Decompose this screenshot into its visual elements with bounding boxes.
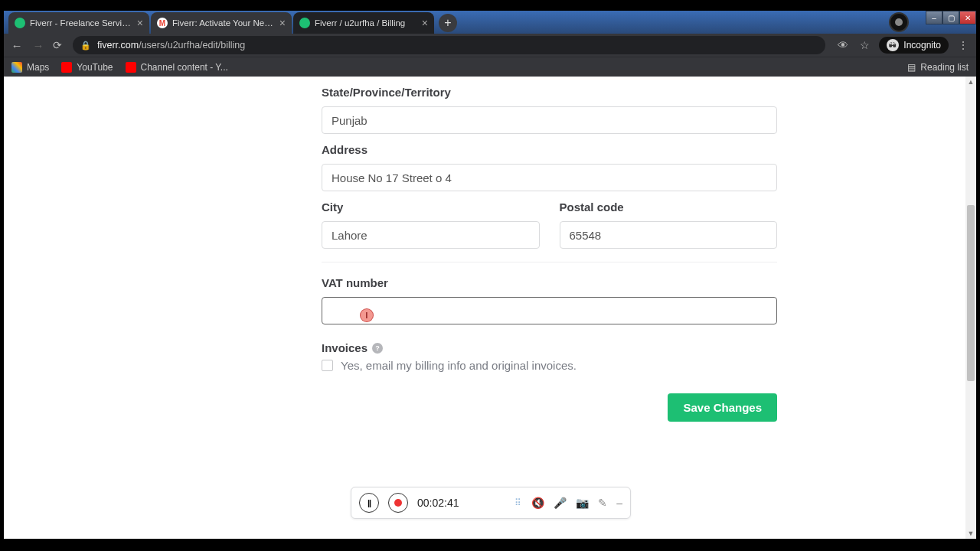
- address-bar[interactable]: 🔒 fiverr.com/users/u2urfha/edit/billing: [73, 36, 825, 54]
- address-label: Address: [322, 143, 777, 156]
- url-text: fiverr.com/users/u2urfha/edit/billing: [97, 40, 818, 51]
- close-tab-icon[interactable]: ×: [422, 17, 428, 29]
- youtube-icon: [61, 62, 72, 73]
- close-window-button[interactable]: ✕: [959, 11, 976, 24]
- new-tab-button[interactable]: +: [439, 14, 457, 32]
- incognito-label: Incognito: [903, 40, 941, 51]
- city-input[interactable]: [322, 221, 540, 249]
- annotate-icon[interactable]: ✎: [598, 497, 607, 509]
- invoices-heading: Invoices: [322, 341, 368, 354]
- list-icon: ▤: [907, 62, 916, 73]
- page-viewport: State/Province/Territory Address City Po…: [4, 77, 976, 539]
- reading-list-button[interactable]: ▤Reading list: [907, 62, 969, 73]
- help-icon[interactable]: ?: [372, 343, 383, 354]
- bookmark-youtube[interactable]: YouTube: [61, 62, 113, 73]
- eye-off-icon[interactable]: 👁: [836, 39, 850, 51]
- tab-strip: Fiverr - Freelance Services Marke × M Fi…: [4, 11, 976, 34]
- save-changes-button[interactable]: Save Changes: [668, 393, 777, 422]
- browser-tab[interactable]: Fiverr - Freelance Services Marke ×: [8, 12, 149, 34]
- close-tab-icon[interactable]: ×: [137, 17, 143, 29]
- scroll-down-icon[interactable]: ▼: [965, 528, 976, 539]
- maps-icon: [11, 62, 22, 73]
- browser-tab[interactable]: M Fiverr: Activate Your New Accoun ×: [151, 12, 292, 34]
- tab-title: Fiverr / u2urfha / Billing: [315, 18, 417, 28]
- window-controls: – ▢ ✕: [889, 11, 976, 32]
- lock-icon: 🔒: [80, 41, 91, 51]
- mic-off-icon[interactable]: 🎤: [554, 497, 567, 509]
- city-label: City: [322, 201, 540, 214]
- scroll-up-icon[interactable]: ▲: [965, 77, 976, 87]
- invoices-checkbox-label: Yes, email my billing info and original …: [341, 359, 577, 372]
- cursor-click-marker-icon: I: [360, 308, 374, 322]
- browser-toolbar: ← → ⟳ 🔒 fiverr.com/users/u2urfha/edit/bi…: [4, 34, 976, 57]
- pause-recording-button[interactable]: ||: [359, 493, 379, 513]
- bookmark-channel[interactable]: Channel content - Y...: [126, 62, 228, 73]
- tab-title: Fiverr - Freelance Services Marke: [30, 18, 132, 28]
- minimize-recorder-icon[interactable]: –: [616, 497, 622, 509]
- back-button[interactable]: ←: [10, 39, 24, 52]
- bookmark-maps[interactable]: Maps: [11, 62, 49, 73]
- drag-handle-icon[interactable]: ⠿: [514, 497, 522, 508]
- favicon-icon: M: [157, 18, 168, 28]
- recording-timer: 00:02:41: [417, 497, 459, 509]
- vertical-scrollbar[interactable]: ▲ ▼: [965, 77, 976, 539]
- youtube-icon: [126, 62, 136, 73]
- vat-input[interactable]: [322, 297, 777, 324]
- postal-input[interactable]: [560, 221, 778, 249]
- record-indicator-icon: [889, 12, 909, 32]
- scroll-thumb[interactable]: [967, 205, 975, 381]
- postal-label: Postal code: [560, 201, 778, 214]
- incognito-indicator[interactable]: 🕶 Incognito: [879, 37, 949, 54]
- reload-button[interactable]: ⟳: [53, 39, 62, 51]
- bookmarks-bar: Maps YouTube Channel content - Y... ▤Rea…: [4, 57, 976, 77]
- invoices-checkbox[interactable]: [322, 360, 333, 371]
- favicon-icon: [15, 18, 25, 28]
- browser-tab[interactable]: Fiverr / u2urfha / Billing ×: [293, 12, 434, 34]
- tab-title: Fiverr: Activate Your New Accoun: [172, 18, 275, 28]
- close-tab-icon[interactable]: ×: [279, 17, 286, 29]
- screen-recorder-bar[interactable]: || 00:02:41 ⠿ 🔇 🎤 📷 ✎ –: [351, 487, 631, 519]
- kebab-menu-icon[interactable]: ⋮: [956, 39, 970, 51]
- state-label: State/Province/Territory: [322, 86, 777, 99]
- stop-recording-button[interactable]: [388, 493, 408, 513]
- incognito-icon: 🕶: [887, 39, 899, 51]
- mute-icon[interactable]: 🔇: [531, 497, 544, 509]
- maximize-button[interactable]: ▢: [942, 11, 959, 24]
- vat-label: VAT number: [322, 276, 777, 289]
- forward-button[interactable]: →: [31, 39, 45, 52]
- star-icon[interactable]: ☆: [858, 39, 871, 51]
- address-input[interactable]: [322, 164, 777, 191]
- billing-form: State/Province/Territory Address City Po…: [306, 77, 792, 437]
- state-input[interactable]: [322, 106, 777, 134]
- minimize-button[interactable]: –: [926, 11, 942, 24]
- favicon-icon: [299, 18, 310, 28]
- webcam-off-icon[interactable]: 📷: [576, 497, 589, 509]
